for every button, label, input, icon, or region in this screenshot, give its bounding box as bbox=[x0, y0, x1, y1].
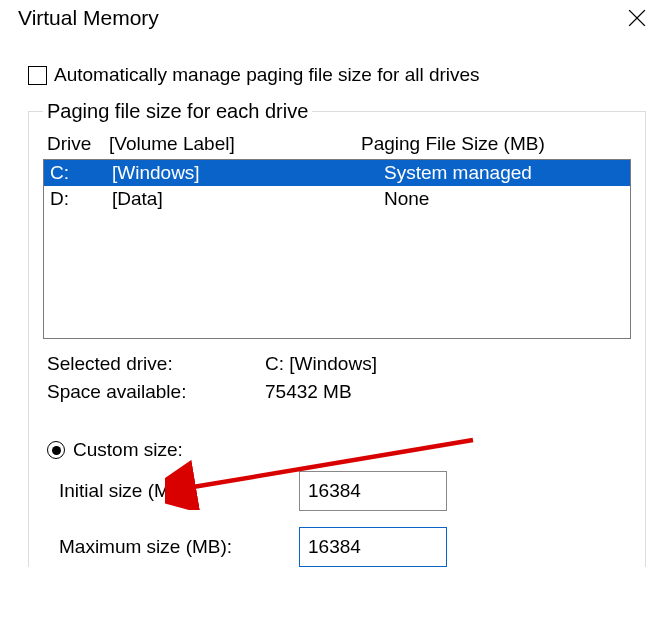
selected-drive-value: C: [Windows] bbox=[265, 353, 377, 375]
auto-manage-row[interactable]: Automatically manage paging file size fo… bbox=[28, 64, 646, 86]
col-header-label: [Volume Label] bbox=[109, 133, 361, 155]
drive-list-header: Drive [Volume Label] Paging File Size (M… bbox=[43, 127, 631, 159]
auto-manage-checkbox[interactable] bbox=[28, 66, 47, 85]
col-header-size: Paging File Size (MB) bbox=[361, 133, 631, 155]
drive-size: None bbox=[384, 188, 624, 210]
drive-label: [Data] bbox=[112, 188, 324, 210]
paging-size-group: Paging file size for each drive Drive [V… bbox=[28, 100, 646, 567]
drive-letter: D: bbox=[50, 188, 112, 210]
initial-size-row: Initial size (MB): bbox=[43, 471, 631, 511]
maximum-size-row: Maximum size (MB): bbox=[43, 527, 631, 567]
title-bar: Virtual Memory bbox=[0, 0, 662, 36]
drive-row[interactable]: D: [Data] None bbox=[44, 186, 630, 212]
space-available-value: 75432 MB bbox=[265, 381, 352, 403]
drive-row[interactable]: C: [Windows] System managed bbox=[44, 160, 630, 186]
custom-size-radio-row[interactable]: Custom size: bbox=[43, 439, 631, 461]
selected-drive-row: Selected drive: C: [Windows] bbox=[43, 353, 631, 375]
close-icon[interactable] bbox=[628, 9, 646, 27]
initial-size-input[interactable] bbox=[299, 471, 447, 511]
initial-size-label: Initial size (MB): bbox=[59, 480, 299, 502]
drive-label: [Windows] bbox=[112, 162, 324, 184]
col-header-drive: Drive bbox=[47, 133, 109, 155]
drive-size: System managed bbox=[384, 162, 624, 184]
group-legend: Paging file size for each drive bbox=[43, 100, 312, 123]
space-available-label: Space available: bbox=[47, 381, 265, 403]
selected-drive-label: Selected drive: bbox=[47, 353, 265, 375]
maximum-size-input[interactable] bbox=[299, 527, 447, 567]
custom-size-radio[interactable] bbox=[47, 441, 65, 459]
window-title: Virtual Memory bbox=[18, 6, 159, 30]
custom-size-label: Custom size: bbox=[73, 439, 183, 461]
drive-list[interactable]: C: [Windows] System managed D: [Data] No… bbox=[43, 159, 631, 339]
space-available-row: Space available: 75432 MB bbox=[43, 381, 631, 403]
drive-letter: C: bbox=[50, 162, 112, 184]
maximum-size-label: Maximum size (MB): bbox=[59, 536, 299, 558]
auto-manage-label: Automatically manage paging file size fo… bbox=[54, 64, 480, 86]
